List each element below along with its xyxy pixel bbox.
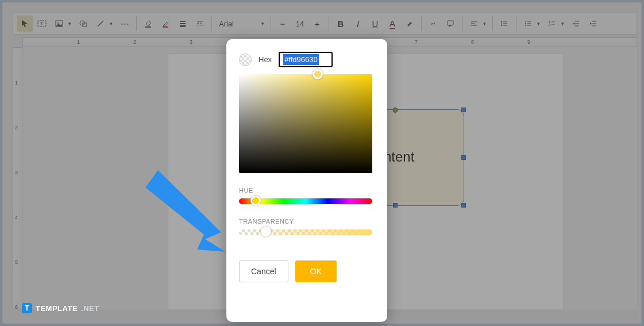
numbered-dropdown-icon[interactable]: ▾	[561, 21, 567, 26]
resize-handle-e[interactable]	[461, 155, 466, 160]
size-decrease[interactable]: −	[275, 16, 291, 32]
resize-handle-s[interactable]	[393, 203, 398, 208]
font-size-input[interactable]: 14	[292, 20, 308, 28]
line-tool[interactable]	[92, 16, 109, 32]
indent-increase-button[interactable]	[585, 16, 601, 32]
line-spacing-icon	[500, 20, 508, 28]
hue-label: HUE	[239, 187, 375, 194]
ok-button[interactable]: OK	[295, 260, 337, 282]
svg-text:T: T	[40, 21, 44, 26]
comment-button[interactable]	[442, 16, 458, 32]
outdent-icon	[572, 20, 580, 28]
hue-slider[interactable]	[239, 198, 372, 204]
cancel-button[interactable]: Cancel	[239, 260, 288, 282]
line-dropdown-icon[interactable]: ▾	[110, 21, 115, 26]
line-icon	[97, 20, 105, 28]
svg-rect-8	[163, 26, 168, 28]
image-tool[interactable]	[51, 16, 67, 32]
hue-thumb[interactable]	[250, 195, 261, 206]
border-dash-tool[interactable]	[192, 16, 208, 32]
svg-point-22	[525, 21, 526, 22]
hex-input-value: #ffd96630	[283, 54, 319, 65]
ruler-vtick: 5	[15, 259, 18, 265]
separator	[421, 16, 422, 31]
italic-button[interactable]: I	[350, 16, 366, 32]
link-icon	[429, 20, 437, 28]
bullet-list-button[interactable]	[520, 16, 536, 32]
ruler-vtick: 4	[15, 214, 18, 220]
resize-handle-ne[interactable]	[461, 108, 466, 112]
watermark-badge: T	[22, 303, 32, 313]
border-weight-tool[interactable]	[175, 16, 191, 32]
svg-line-6	[98, 21, 103, 26]
ruler-vertical: 1 2 3 4 5 6	[13, 47, 22, 309]
hex-input[interactable]: #ffd96630	[279, 52, 333, 67]
transparency-label: TRANSPARENCY	[239, 218, 375, 225]
line-weight-icon	[179, 20, 187, 28]
annotation-arrow	[141, 164, 233, 259]
separator	[329, 16, 329, 31]
saturation-value-area[interactable]	[239, 74, 372, 173]
watermark: T TEMPLATE.NET	[22, 303, 99, 313]
separator	[462, 16, 462, 31]
color-picker-dialog: Hex #ffd96630 HUE TRANSPARENCY Cancel OK	[226, 39, 387, 322]
select-tool[interactable]	[17, 16, 33, 32]
font-dropdown-icon[interactable]: ▾	[261, 21, 267, 26]
hex-label: Hex	[259, 55, 272, 64]
ruler-tick: 7	[415, 39, 418, 45]
shape-tool[interactable]	[75, 16, 91, 32]
svg-rect-9	[180, 21, 186, 22]
highlighter-icon	[406, 20, 414, 28]
transparency-thumb[interactable]	[261, 227, 271, 237]
highlight-button[interactable]	[402, 16, 418, 32]
separator	[516, 16, 516, 31]
image-icon	[55, 20, 63, 28]
arrow-icon	[141, 164, 233, 256]
fill-color-tool[interactable]	[140, 16, 156, 32]
ruler-vtick: 1	[15, 80, 18, 86]
ruler-vtick: 3	[15, 170, 18, 175]
svg-text:2: 2	[549, 23, 550, 26]
separator	[211, 16, 212, 31]
align-dropdown-icon[interactable]: ▾	[483, 21, 489, 26]
ruler-vtick: 2	[15, 125, 18, 131]
text-color-button[interactable]: A	[384, 16, 400, 32]
rotate-handle[interactable]	[393, 108, 398, 113]
paintbucket-icon	[144, 20, 152, 28]
separator	[492, 16, 493, 31]
numbered-list-button[interactable]: 12	[544, 16, 560, 32]
textbox-icon: T	[37, 20, 47, 28]
comment-icon	[446, 20, 454, 28]
ruler-tick: 8	[471, 39, 474, 45]
svg-rect-11	[180, 25, 186, 27]
sv-thumb[interactable]	[313, 69, 323, 79]
font-select[interactable]: Arial	[215, 20, 260, 28]
line-dash-icon	[196, 20, 204, 28]
textbox-tool[interactable]: T	[34, 16, 50, 32]
color-preview-chip	[239, 53, 252, 66]
separator	[271, 16, 271, 31]
border-color-tool[interactable]	[157, 16, 173, 32]
svg-point-24	[525, 25, 526, 26]
bullet-dropdown-icon[interactable]: ▾	[537, 21, 543, 26]
image-dropdown-icon[interactable]: ▾	[68, 21, 74, 26]
resize-handle-se[interactable]	[461, 203, 466, 208]
svg-point-3	[57, 22, 59, 24]
dialog-actions: Cancel OK	[239, 260, 375, 282]
bold-button[interactable]: B	[333, 16, 349, 32]
line-spacing-button[interactable]	[496, 16, 512, 32]
shape-icon	[79, 20, 87, 28]
watermark-brand2: .NET	[81, 304, 99, 313]
more-tool-icon[interactable]: ⋯	[117, 16, 133, 32]
size-increase[interactable]: +	[309, 16, 325, 32]
align-icon	[470, 20, 478, 28]
indent-icon	[589, 20, 597, 28]
svg-point-23	[525, 23, 526, 24]
link-button[interactable]	[425, 16, 441, 32]
svg-rect-15	[448, 21, 453, 25]
align-button[interactable]	[466, 16, 482, 32]
transparency-slider[interactable]	[239, 229, 372, 235]
separator	[136, 16, 137, 31]
underline-button[interactable]: U	[367, 16, 383, 32]
indent-decrease-button[interactable]	[568, 16, 584, 32]
